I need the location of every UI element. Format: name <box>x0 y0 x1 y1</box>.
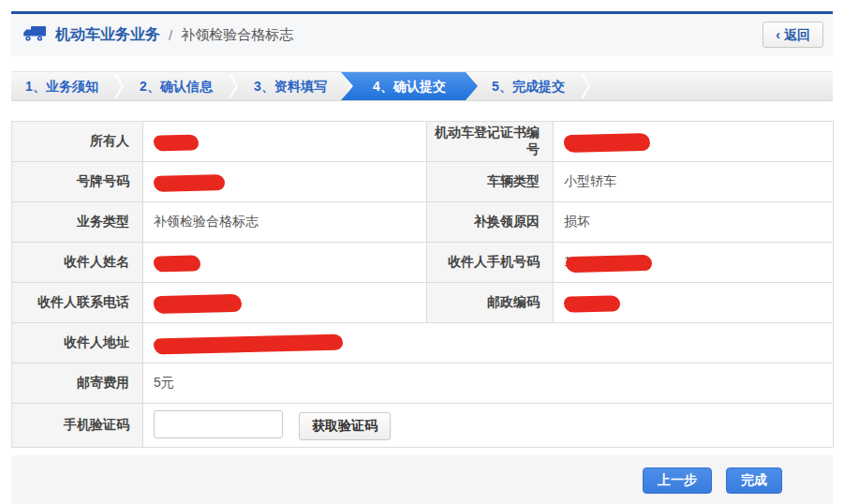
table-row: 号牌号码 车辆类型 小型轿车 <box>12 162 834 202</box>
breadcrumb-separator: / <box>169 27 172 43</box>
redaction-scribble <box>154 255 200 272</box>
business-type-label: 业务类型 <box>12 202 143 243</box>
recipient-name-label: 收件人姓名 <box>12 243 143 283</box>
owner-label: 所有人 <box>12 122 143 162</box>
footer-action-bar: 上一步 完成 <box>11 455 833 504</box>
table-row: 邮寄费用 5元 <box>12 363 834 404</box>
postage-fee-label: 邮寄费用 <box>12 363 143 404</box>
recipient-address-value <box>143 323 834 363</box>
tab-step-5[interactable]: 5、完成提交 <box>478 72 579 100</box>
confirm-info-table: 所有人 机动车登记证书编号 号牌号码 车辆类型 小型轿车 业务类型 补领检验合格… <box>11 121 834 448</box>
page-title: 机动车业务业务 <box>55 25 160 45</box>
chevron-separator-icon <box>227 72 240 100</box>
reissue-reason-label: 补换领原因 <box>427 202 554 243</box>
redaction-scribble <box>154 334 343 354</box>
registration-cert-no-value <box>554 122 834 162</box>
postal-code-label: 邮政编码 <box>427 283 554 323</box>
reissue-reason-value: 损坏 <box>554 202 834 243</box>
tab-step-2[interactable]: 2、确认信息 <box>126 72 227 100</box>
chevron-separator-icon <box>579 72 592 100</box>
redaction-scribble <box>564 132 650 152</box>
finish-button[interactable]: 完成 <box>726 467 782 494</box>
redaction-scribble <box>154 174 225 192</box>
tab-step-3[interactable]: 3、资料填写 <box>240 72 341 100</box>
recipient-address-label: 收件人地址 <box>12 323 143 363</box>
table-row: 所有人 机动车登记证书编号 <box>12 122 834 162</box>
table-row: 收件人地址 <box>12 323 834 363</box>
table-row: 手机验证码 获取验证码 <box>12 404 834 448</box>
main-panel: 机动车业务业务 / 补领检验合格标志 ‹返回 1、业务须知 2、确认信息 3、资… <box>11 11 833 504</box>
sms-code-input[interactable] <box>154 410 283 438</box>
sms-code-cell: 获取验证码 <box>143 404 834 448</box>
redaction-scribble <box>154 134 199 151</box>
previous-step-button[interactable]: 上一步 <box>643 467 712 494</box>
vehicle-type-value: 小型轿车 <box>554 162 834 202</box>
redaction-scribble <box>566 255 652 273</box>
owner-value <box>143 122 427 162</box>
table-row: 收件人联系电话 邮政编码 <box>12 283 834 323</box>
tabs-filler <box>592 72 833 100</box>
get-sms-code-button[interactable]: 获取验证码 <box>299 412 391 440</box>
page-header: 机动车业务业务 / 补领检验合格标志 ‹返回 <box>11 14 833 56</box>
back-button-label: 返回 <box>784 27 810 42</box>
plate-no-value <box>143 162 427 202</box>
redaction-scribble <box>154 293 242 313</box>
postal-code-value <box>554 283 834 323</box>
tab-step-4-active[interactable]: 4、确认提交 <box>341 72 478 100</box>
recipient-phone-value <box>143 283 427 323</box>
vehicle-type-label: 车辆类型 <box>427 162 554 202</box>
sms-code-label: 手机验证码 <box>12 404 143 448</box>
business-type-value: 补领检验合格标志 <box>143 202 427 243</box>
chevron-separator-icon <box>112 72 126 100</box>
recipient-phone-label: 收件人联系电话 <box>12 283 143 323</box>
back-button[interactable]: ‹返回 <box>763 22 823 48</box>
recipient-mobile-label: 收件人手机号码 <box>427 243 554 283</box>
back-chevron-icon: ‹ <box>776 27 780 42</box>
table-row: 业务类型 补领检验合格标志 补换领原因 损坏 <box>12 202 834 243</box>
recipient-name-value <box>143 243 427 283</box>
recipient-mobile-value: 1 <box>554 243 834 283</box>
postage-fee-value: 5元 <box>143 363 834 404</box>
step-tabs: 1、业务须知 2、确认信息 3、资料填写 4、确认提交 5、完成提交 <box>11 71 833 101</box>
plate-no-label: 号牌号码 <box>12 162 143 202</box>
redaction-scribble <box>564 295 620 312</box>
tab-step-1[interactable]: 1、业务须知 <box>11 72 112 100</box>
truck-icon <box>22 25 47 46</box>
table-row: 收件人姓名 收件人手机号码 1 <box>12 243 834 283</box>
breadcrumb-current: 补领检验合格标志 <box>181 26 293 44</box>
registration-cert-no-label: 机动车登记证书编号 <box>427 122 554 162</box>
